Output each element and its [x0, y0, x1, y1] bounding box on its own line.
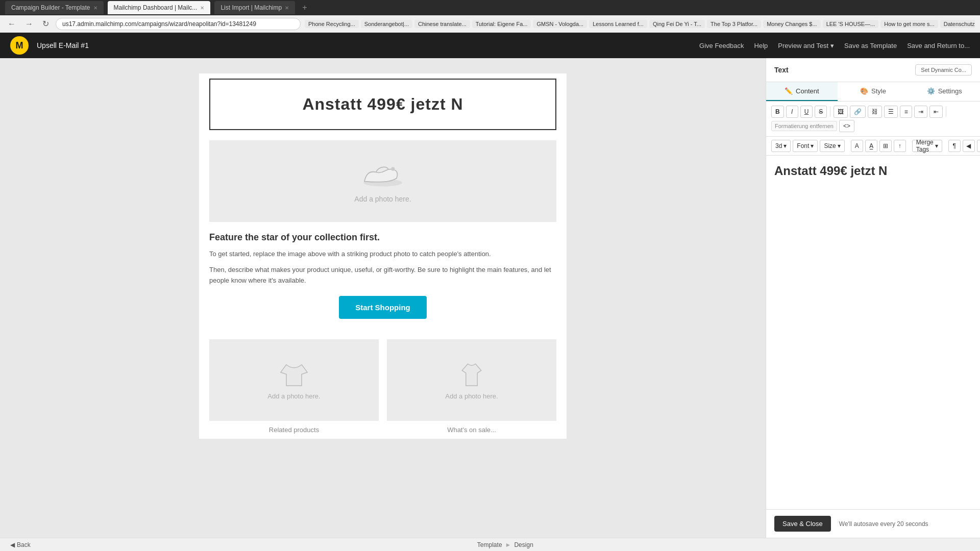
save-and-return-button[interactable]: Save and Return to...	[907, 42, 970, 49]
font-chevron: ▾	[811, 142, 814, 149]
main-layout: Anstatt 499€ jetzt N Add a photo here.	[0, 58, 980, 538]
canvas-area: Anstatt 499€ jetzt N Add a photo here.	[0, 58, 766, 538]
start-shopping-button[interactable]: Start Shopping	[339, 296, 427, 319]
bookmark-4[interactable]: Tutorial: Eigene Fa...	[472, 20, 531, 28]
save-close-button[interactable]: Save & Close	[774, 516, 831, 532]
image-button[interactable]: 🖼	[834, 106, 848, 118]
bookmark-10[interactable]: LEE 'S HOUSE—...	[823, 20, 879, 28]
add-tab-button[interactable]: +	[299, 3, 310, 12]
highlight-button[interactable]: A̲	[865, 140, 877, 152]
align-left-button[interactable]: ◀	[963, 140, 975, 152]
bookmark-11[interactable]: How to get more s...	[880, 20, 938, 28]
app-header: M Upsell E-Mail #1 Give Feedback Help Pr…	[0, 33, 980, 58]
tab-3-close[interactable]: ✕	[285, 5, 289, 11]
paragraph-button[interactable]: ¶	[948, 140, 961, 152]
back-button[interactable]: ◀ Back	[10, 541, 31, 548]
breadcrumb-template: Template	[477, 541, 502, 548]
formatting-toolbar-2: 3d ▾ Font ▾ Size ▾ A A̲ ⊞ ↑ Merge Tags ▾…	[766, 137, 980, 156]
content-tab-icon: ✏️	[785, 87, 793, 95]
product-card-1-text: Add a photo here.	[267, 392, 320, 400]
panel-editor[interactable]: Anstatt 499€ jetzt N	[766, 156, 980, 509]
strikethrough-button[interactable]: S	[815, 106, 827, 118]
italic-button[interactable]: I	[786, 106, 798, 118]
font-color-button[interactable]: A	[851, 140, 863, 152]
link-button[interactable]: 🔗	[850, 106, 866, 118]
indent-button[interactable]: ⇥	[914, 106, 927, 118]
product-grid: Add a photo here. Add a photo here.	[209, 339, 556, 421]
bookmark-8[interactable]: The Top 3 Platfor...	[707, 20, 761, 28]
back-arrow-icon: ◀	[10, 541, 15, 548]
forward-nav-button[interactable]: →	[22, 18, 36, 30]
tab-1-close[interactable]: ✕	[93, 5, 97, 11]
product-sub-labels: Related products What's on sale...	[209, 426, 556, 434]
email-header-block[interactable]: Anstatt 499€ jetzt N	[209, 79, 556, 130]
size-chevron: ▾	[838, 142, 841, 149]
settings-tab-icon: ⚙️	[927, 87, 935, 95]
browser-tab-2[interactable]: Mailchimp Dashboard | Mailc... ✕	[108, 1, 211, 14]
product-image-placeholder[interactable]: Add a photo here.	[209, 140, 556, 222]
give-feedback-button[interactable]: Give Feedback	[699, 42, 744, 49]
list-ul-button[interactable]: ☰	[884, 106, 898, 118]
tab-2-close[interactable]: ✕	[200, 5, 204, 11]
font-size-chevron: ▾	[783, 142, 787, 149]
remove-format-label[interactable]: Formatierung entfernen	[771, 121, 837, 131]
app-title: Upsell E-Mail #1	[37, 41, 89, 49]
bold-button[interactable]: B	[771, 106, 784, 118]
bookmark-2[interactable]: Sonderangebot|...	[361, 20, 412, 28]
tab-content[interactable]: ✏️ Content	[766, 82, 838, 101]
tab-2-label: Mailchimp Dashboard | Mailc...	[114, 4, 198, 11]
bookmark-1[interactable]: Phone Recycling...	[305, 20, 359, 28]
bookmark-5[interactable]: GMSN - Vologda...	[533, 20, 587, 28]
font-dropdown[interactable]: Font ▾	[793, 140, 818, 152]
set-dynamic-button[interactable]: Set Dynamic Co...	[915, 64, 972, 76]
merge-tags-dropdown[interactable]: Merge Tags ▾	[912, 140, 942, 152]
superscript-button[interactable]: ↑	[894, 140, 906, 152]
chevron-down-icon: ▾	[830, 42, 834, 49]
product-image-text: Add a photo here.	[354, 195, 411, 203]
bookmark-12[interactable]: Datenschutz - Re...	[940, 20, 975, 28]
underline-button[interactable]: U	[800, 106, 813, 118]
table-button[interactable]: ⊞	[879, 140, 892, 152]
product-feature-block: Add a photo here. Feature the star of yo…	[209, 135, 556, 334]
header-actions: Give Feedback Help Preview and Test ▾ Sa…	[699, 42, 970, 49]
help-button[interactable]: Help	[754, 42, 768, 49]
email-header-title: Anstatt 499€ jetzt N	[302, 95, 463, 113]
back-label: Back	[17, 541, 31, 548]
svg-point-1	[391, 167, 395, 171]
refresh-button[interactable]: ↻	[40, 18, 52, 30]
editor-content[interactable]: Anstatt 499€ jetzt N	[774, 164, 887, 178]
bookmark-9[interactable]: Money Changes $...	[763, 20, 820, 28]
bookmarks-bar: Phone Recycling... Sonderangebot|... Chi…	[305, 20, 975, 28]
outdent-button[interactable]: ⇤	[929, 106, 943, 118]
list-ol-button[interactable]: ≡	[900, 106, 912, 118]
right-panel: Text Set Dynamic Co... ✏️ Content 🎨 Styl…	[766, 58, 980, 538]
size-dropdown[interactable]: Size ▾	[820, 140, 844, 152]
bookmark-3[interactable]: Chinese translate...	[414, 20, 470, 28]
email-canvas: Anstatt 499€ jetzt N Add a photo here.	[199, 73, 567, 439]
save-as-template-button[interactable]: Save as Template	[844, 42, 897, 49]
source-button[interactable]: <>	[839, 120, 854, 132]
tab-style[interactable]: 🎨 Style	[838, 82, 909, 101]
address-bar[interactable]: us17.admin.mailchimp.com/campaigns/wizar…	[56, 18, 301, 30]
bottom-bar: ◀ Back Template ► Design	[0, 538, 980, 551]
product-card-1[interactable]: Add a photo here.	[209, 339, 379, 421]
tab-settings[interactable]: ⚙️ Settings	[909, 82, 980, 101]
bookmark-7[interactable]: Qing Fei De Yi - T...	[649, 20, 705, 28]
back-nav-button[interactable]: ←	[5, 18, 18, 30]
tshirt-icon-2	[456, 360, 487, 388]
align-center-button[interactable]: ▐	[977, 140, 980, 152]
tab-1-label: Campaign Builder - Template	[11, 4, 90, 11]
tab-3-label: List Import | Mailchimp	[220, 4, 282, 11]
browser-tab-3[interactable]: List Import | Mailchimp ✕	[214, 1, 295, 14]
feature-desc-1: To get started, replace the image above …	[209, 249, 556, 260]
address-bar-row: ← → ↻ us17.admin.mailchimp.com/campaigns…	[0, 15, 980, 33]
unlink-button[interactable]: ⛓	[868, 106, 882, 118]
font-size-dropdown[interactable]: 3d ▾	[771, 140, 791, 152]
preview-and-test-button[interactable]: Preview and Test ▾	[778, 42, 834, 49]
breadcrumb: Template ► Design	[477, 541, 533, 548]
bookmark-6[interactable]: Lessons Learned f...	[589, 20, 647, 28]
browser-tab-1[interactable]: Campaign Builder - Template ✕	[5, 1, 104, 14]
autosave-message: We'll autosave every 20 seconds	[839, 520, 928, 528]
product-card-2[interactable]: Add a photo here.	[387, 339, 556, 421]
tshirt-icon-1	[279, 360, 309, 388]
